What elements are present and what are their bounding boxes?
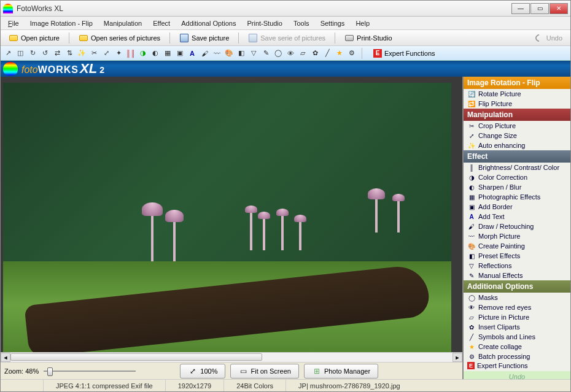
brightness-contrast-color[interactable]: ║Brightness/ Contrast/ Color bbox=[464, 163, 570, 172]
save-picture-button[interactable]: Save picture bbox=[174, 31, 235, 45]
line-icon[interactable]: ╱ bbox=[322, 48, 332, 58]
sliders-icon[interactable]: ║║ bbox=[126, 48, 136, 58]
open-series-button[interactable]: Open series of pictures bbox=[73, 31, 166, 45]
auto-icon[interactable]: ✦ bbox=[114, 48, 123, 58]
morph-icon[interactable]: 〰 bbox=[212, 48, 222, 58]
photo-manager-button[interactable]: ⊞Photo Manager bbox=[304, 364, 378, 379]
mask-icon[interactable]: ◯ bbox=[273, 48, 283, 58]
photo-icon[interactable]: ▦ bbox=[163, 48, 173, 58]
reflections[interactable]: ▽Reflections bbox=[464, 261, 570, 271]
close-button[interactable]: ✕ bbox=[550, 3, 568, 14]
horizontal-scrollbar[interactable]: ◄ ► bbox=[1, 352, 462, 362]
paint-icon[interactable]: 🎨 bbox=[224, 48, 234, 58]
redeye-icon[interactable]: 👁 bbox=[286, 48, 295, 58]
menu-rotation[interactable]: Image Rotation - Flip bbox=[25, 18, 98, 28]
maximize-button[interactable]: ▭ bbox=[530, 3, 549, 14]
expert-functions[interactable]: EExpert Functions bbox=[464, 361, 570, 370]
preset-icon[interactable]: ◧ bbox=[236, 48, 246, 58]
menu-file[interactable]: File bbox=[3, 18, 24, 28]
brand-banner: fotoWORKSXL2 bbox=[1, 61, 570, 77]
batch-icon[interactable]: ⚙ bbox=[347, 48, 357, 58]
remove-red-eyes[interactable]: 👁Remove red eyes bbox=[464, 302, 570, 312]
sliders-icon: ║ bbox=[467, 163, 476, 172]
menu-manipulation[interactable]: Manipulation bbox=[99, 18, 147, 28]
sharpen-blur[interactable]: ◐Sharpen / Blur bbox=[464, 182, 570, 192]
rotate-picture[interactable]: 🔄Rotate Picture bbox=[464, 89, 570, 99]
draw-retouch[interactable]: 🖌Draw / Retouching bbox=[464, 221, 570, 231]
preset-icon: ◧ bbox=[467, 252, 476, 260]
print-studio-button[interactable]: Print-Studio bbox=[339, 31, 397, 45]
scroll-right-button[interactable]: ► bbox=[453, 353, 462, 362]
open-picture-button[interactable]: Open picture bbox=[3, 31, 65, 45]
flip-v-icon[interactable]: ⇅ bbox=[64, 48, 74, 58]
text-icon[interactable]: A bbox=[187, 48, 197, 58]
save-series-button[interactable]: Save serie of pictures bbox=[243, 31, 331, 45]
image-canvas[interactable] bbox=[1, 77, 462, 352]
minimize-button[interactable]: — bbox=[511, 3, 530, 14]
scroll-left-button[interactable]: ◄ bbox=[1, 353, 10, 362]
wand-icon[interactable]: ✨ bbox=[77, 48, 87, 58]
mask-icon: ◯ bbox=[467, 293, 476, 302]
expert-badge-icon: E bbox=[467, 362, 475, 369]
create-collage[interactable]: ★Create collage bbox=[464, 342, 570, 352]
rotate-cw-icon[interactable]: ↻ bbox=[28, 48, 37, 58]
photographic-effects[interactable]: ▦Photographic Effects bbox=[464, 192, 570, 202]
menu-effect[interactable]: Effect bbox=[148, 18, 175, 28]
picture-in-picture[interactable]: ▱Picture in Picture bbox=[464, 312, 570, 322]
undo-button[interactable]: Undo bbox=[529, 31, 568, 45]
brush-icon[interactable]: 🖌 bbox=[200, 48, 209, 58]
add-text[interactable]: AAdd Text bbox=[464, 212, 570, 221]
add-border[interactable]: ▣Add Border bbox=[464, 202, 570, 212]
auto-enhancing[interactable]: ✨Auto enhancing bbox=[464, 140, 570, 150]
section-manipulation: Manipulation bbox=[464, 109, 570, 121]
separator bbox=[238, 33, 239, 44]
menu-tools[interactable]: Tools bbox=[289, 18, 314, 28]
save-icon bbox=[248, 33, 258, 43]
rotate-ccw-icon[interactable]: ↺ bbox=[40, 48, 50, 58]
section-additional: Additional Options bbox=[464, 280, 570, 293]
morph-picture[interactable]: 〰Morph Picture bbox=[464, 231, 570, 241]
color-correction[interactable]: ◑Color Correction bbox=[464, 172, 570, 182]
pip-icon[interactable]: ▱ bbox=[298, 48, 308, 58]
slider-thumb[interactable] bbox=[47, 367, 53, 376]
arrow-icon[interactable]: ↗ bbox=[3, 48, 13, 58]
scissors-icon[interactable]: ✂ bbox=[89, 48, 99, 58]
menu-help[interactable]: Help bbox=[351, 18, 375, 28]
expert-functions-button[interactable]: E Expert Functions bbox=[370, 48, 439, 58]
crop-icon[interactable]: ◫ bbox=[15, 48, 25, 58]
manual-icon[interactable]: ✎ bbox=[261, 48, 271, 58]
manual-effects[interactable]: ✎Manual Effects bbox=[464, 271, 570, 280]
preset-effects[interactable]: ◧Preset Effects bbox=[464, 251, 570, 261]
menu-settings[interactable]: Settings bbox=[316, 18, 350, 28]
zoom-slider[interactable] bbox=[44, 365, 136, 377]
clipart-icon[interactable]: ✿ bbox=[310, 48, 320, 58]
separator bbox=[362, 48, 362, 59]
eye-icon: 👁 bbox=[467, 303, 476, 312]
masks[interactable]: ◯Masks bbox=[464, 293, 570, 302]
insert-cliparts[interactable]: ✿Insert Cliparts bbox=[464, 322, 570, 332]
side-undo[interactable]: Undo bbox=[464, 371, 570, 379]
fit-screen-button[interactable]: ▭Fit on Screen bbox=[230, 364, 298, 379]
menu-printstudio[interactable]: Print-Studio bbox=[242, 18, 287, 28]
symbols-lines[interactable]: ╱Symbols and Lines bbox=[464, 332, 570, 342]
menu-additional[interactable]: Additional Options bbox=[176, 18, 241, 28]
flip-h-icon[interactable]: ⇄ bbox=[52, 48, 62, 58]
scroll-thumb[interactable] bbox=[10, 353, 262, 361]
toolbar-primary: Open picture Open series of pictures Sav… bbox=[1, 30, 570, 46]
crop-picture[interactable]: ✂Crop Picture bbox=[464, 121, 570, 131]
zoom-100-button[interactable]: ⤢100% bbox=[180, 364, 225, 379]
blur-icon[interactable]: ◐ bbox=[150, 48, 160, 58]
line-icon: ╱ bbox=[467, 332, 476, 341]
scroll-track[interactable] bbox=[10, 353, 453, 362]
change-size[interactable]: ⤢Change Size bbox=[464, 131, 570, 140]
create-painting[interactable]: 🎨Create Painting bbox=[464, 241, 570, 251]
flip-picture[interactable]: 🔁Flip Picture bbox=[464, 99, 570, 109]
color-icon[interactable]: ◑ bbox=[138, 48, 148, 58]
titlebar: FotoWorks XL — ▭ ✕ bbox=[1, 1, 570, 17]
reflect-icon[interactable]: ▽ bbox=[249, 48, 258, 58]
zoom-label: Zoom: 48% bbox=[4, 367, 39, 375]
frame-icon[interactable]: ▣ bbox=[175, 48, 185, 58]
resize-icon[interactable]: ⤢ bbox=[101, 48, 111, 58]
batch-processing[interactable]: ⚙Batch processing bbox=[464, 352, 570, 361]
star-icon[interactable]: ★ bbox=[335, 48, 344, 58]
